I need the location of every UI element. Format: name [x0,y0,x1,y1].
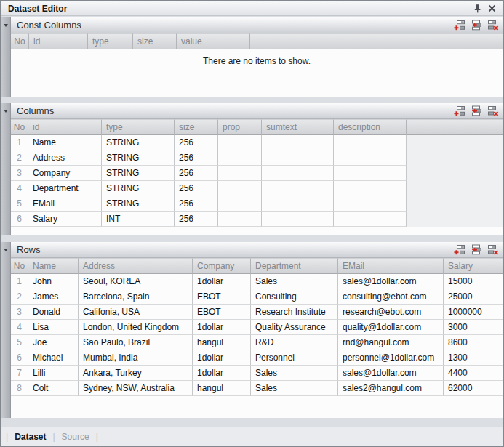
cell-email[interactable]: quality@1dollar.com [338,320,444,335]
cell-sumtext[interactable] [262,135,334,150]
cell-salary[interactable]: 4400 [444,366,503,381]
table-row[interactable]: 2 James Barcelona, Spain EBOT Consulting… [11,289,503,305]
cell-name[interactable]: Joe [28,335,79,350]
cell-company[interactable]: 1dollar [193,320,251,335]
cell-company[interactable]: hangul [193,335,251,350]
cell-salary[interactable]: 1300 [444,350,503,366]
delete-row-icon[interactable] [487,244,499,255]
cell-id[interactable]: Name [28,135,102,150]
cell-prop[interactable] [218,166,262,181]
cell-id[interactable]: Department [28,181,102,196]
rows-collapse-gutter[interactable] [1,242,11,418]
table-row[interactable]: 6 Salary INT 256 [11,212,503,227]
cell-address[interactable]: Seoul, KOREA [79,274,193,289]
cell-salary[interactable]: 1000000 [444,305,503,320]
cell-salary[interactable]: 3000 [444,320,503,335]
cell-sumtext[interactable] [262,212,334,227]
cell-name[interactable]: Colt [28,381,79,396]
cell-address[interactable]: Mumbai, India [79,350,193,366]
table-row[interactable]: 3 Company STRING 256 [11,166,503,181]
pin-icon[interactable] [472,4,482,14]
cell-name[interactable]: Donald [28,305,79,320]
cell-email[interactable]: sales@1dollar.com [338,366,444,381]
cell-sumtext[interactable] [262,166,334,181]
cell-prop[interactable] [218,150,262,166]
cell-description[interactable] [334,135,407,150]
cell-department[interactable]: Consulting [251,289,338,305]
cell-type[interactable]: INT [102,212,175,227]
cell-id[interactable]: Address [28,150,102,166]
cell-salary[interactable]: 8600 [444,335,503,350]
delete-row-icon[interactable] [487,105,499,116]
cell-description[interactable] [334,212,407,227]
cell-salary[interactable]: 25000 [444,289,503,305]
cell-address[interactable]: London, United Kingdom [79,320,193,335]
cell-department[interactable]: R&D [251,335,338,350]
cell-company[interactable]: hangul [193,381,251,396]
cell-type[interactable]: STRING [102,135,175,150]
cell-size[interactable]: 256 [175,181,218,196]
cell-company[interactable]: 1dollar [193,366,251,381]
cell-department[interactable]: Sales [251,274,338,289]
cell-type[interactable]: STRING [102,150,175,166]
table-row[interactable]: 4 Lisa London, United Kingdom 1dollar Qu… [11,320,503,335]
cell-salary[interactable]: 15000 [444,274,503,289]
cell-department[interactable]: Sales [251,381,338,396]
table-row[interactable]: 2 Address STRING 256 [11,150,503,166]
cell-email[interactable]: personnel@1dollar.com [338,350,444,366]
cell-email[interactable]: rnd@hangul.com [338,335,444,350]
cell-size[interactable]: 256 [175,166,218,181]
cell-description[interactable] [334,181,407,196]
cell-company[interactable]: EBOT [193,289,251,305]
cell-name[interactable]: James [28,289,79,305]
cell-size[interactable]: 256 [175,196,218,212]
insert-row-icon[interactable] [471,105,482,116]
cell-sumtext[interactable] [262,150,334,166]
table-row[interactable]: 7 Lilli Ankara, Turkey 1dollar Sales sal… [11,366,503,381]
cell-prop[interactable] [218,135,262,150]
cell-address[interactable]: Sydney, NSW, Australia [79,381,193,396]
cell-name[interactable]: Lisa [28,320,79,335]
table-row[interactable]: 1 Name STRING 256 [11,135,503,150]
cell-size[interactable]: 256 [175,135,218,150]
cell-address[interactable]: Barcelona, Spain [79,289,193,305]
cell-description[interactable] [334,196,407,212]
tab-source[interactable]: Source [62,432,89,442]
cell-department[interactable]: Research Institute [251,305,338,320]
cell-prop[interactable] [218,181,262,196]
cell-email[interactable]: research@ebot.com [338,305,444,320]
cell-size[interactable]: 256 [175,212,218,227]
cell-prop[interactable] [218,196,262,212]
cell-salary[interactable]: 62000 [444,381,503,396]
cell-sumtext[interactable] [262,181,334,196]
delete-row-icon[interactable] [487,20,499,31]
cell-company[interactable]: 1dollar [193,350,251,366]
insert-row-icon[interactable] [471,20,482,31]
table-row[interactable]: 6 Michael Mumbai, India 1dollar Personne… [11,350,503,366]
cell-name[interactable]: John [28,274,79,289]
cell-id[interactable]: Salary [28,212,102,227]
columns-collapse-gutter[interactable] [1,103,11,235]
cell-email[interactable]: consulting@ebot.com [338,289,444,305]
cell-email[interactable]: sales@1dollar.com [338,274,444,289]
insert-row-icon[interactable] [471,244,482,255]
cell-address[interactable]: São Paulo, Brazil [79,335,193,350]
cell-company[interactable]: EBOT [193,305,251,320]
cell-department[interactable]: Personnel [251,350,338,366]
cell-description[interactable] [334,166,407,181]
cell-id[interactable]: EMail [28,196,102,212]
add-row-icon[interactable] [454,244,465,255]
cell-name[interactable]: Michael [28,350,79,366]
table-row[interactable]: 5 EMail STRING 256 [11,196,503,212]
cell-email[interactable]: sales2@hangul.com [338,381,444,396]
const-columns-collapse-gutter[interactable] [1,17,11,97]
cell-department[interactable]: Quality Assurance [251,320,338,335]
table-row[interactable]: 1 John Seoul, KOREA 1dollar Sales sales@… [11,274,503,289]
tab-dataset[interactable]: Dataset [15,432,46,442]
cell-type[interactable]: STRING [102,196,175,212]
add-row-icon[interactable] [454,20,465,31]
cell-size[interactable]: 256 [175,150,218,166]
table-row[interactable]: 3 Donald Califonia, USA EBOT Research In… [11,305,503,320]
cell-type[interactable]: STRING [102,181,175,196]
close-icon[interactable] [487,4,497,14]
